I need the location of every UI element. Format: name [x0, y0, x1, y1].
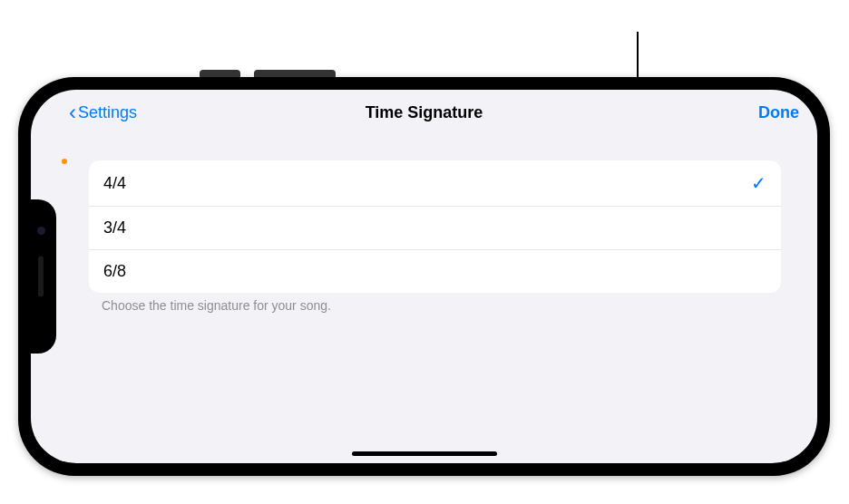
phone-frame: ‹ Settings Time Signature Done 4/4 ✓ 3/4… [18, 77, 830, 476]
recording-indicator-icon [62, 159, 67, 164]
option-label: 6/8 [103, 262, 126, 281]
back-button-label: Settings [78, 103, 137, 122]
checkmark-icon: ✓ [751, 172, 766, 194]
speaker-grille [38, 257, 44, 297]
screen: ‹ Settings Time Signature Done 4/4 ✓ 3/4… [31, 90, 817, 463]
option-row-4-4[interactable]: 4/4 ✓ [89, 160, 781, 207]
navigation-bar: ‹ Settings Time Signature Done [31, 90, 817, 135]
page-title: Time Signature [366, 103, 483, 122]
option-row-6-8[interactable]: 6/8 [89, 250, 781, 293]
front-camera [37, 227, 45, 235]
option-label: 4/4 [103, 174, 126, 193]
option-label: 3/4 [103, 218, 126, 237]
back-button[interactable]: ‹ Settings [69, 100, 137, 125]
chevron-left-icon: ‹ [69, 100, 76, 125]
done-button[interactable]: Done [758, 103, 799, 122]
option-row-3-4[interactable]: 3/4 [89, 207, 781, 250]
notch [31, 199, 56, 354]
home-indicator[interactable] [352, 451, 497, 456]
footer-help-text: Choose the time signature for your song. [102, 298, 331, 313]
time-signature-list: 4/4 ✓ 3/4 6/8 [89, 160, 781, 293]
